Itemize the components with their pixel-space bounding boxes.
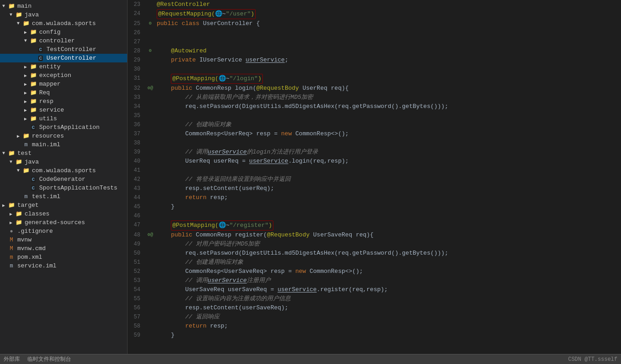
tree-item-target[interactable]: ▶📁target: [0, 201, 127, 210]
tree-item-test-com[interactable]: ▼📁com.wulaoda.sports: [0, 166, 127, 175]
code-line: 24@RequestMapping(🌐~"/user"): [128, 9, 621, 19]
code-line: 52 CommonResp<UserSaveReq> resp = new Co…: [128, 267, 621, 276]
code-line: 35: [128, 111, 621, 120]
line-gutter: ⚙@: [146, 231, 155, 240]
line-number: 59: [128, 331, 146, 340]
code-line: 53 // 调用userService注册用户: [128, 276, 621, 285]
line-content: // 调用userService注册用户: [155, 276, 621, 285]
tree-item-main-java[interactable]: ▼📁java: [0, 10, 127, 19]
line-content: UserReq userReq = userService.login(req,…: [155, 157, 621, 166]
file-icon: 📁: [29, 63, 37, 70]
tree-item-generated-sources[interactable]: ▶📁generated-sources: [0, 218, 127, 227]
file-label: controller: [39, 37, 127, 44]
tree-item-main[interactable]: ▼📁main: [0, 2, 127, 10]
file-label: CodeGenerator: [39, 176, 127, 183]
code-line: 27: [128, 37, 621, 46]
tree-item-controller[interactable]: ▼📁controller: [0, 36, 127, 45]
tree-item-Req[interactable]: ▶📁Req: [0, 88, 127, 97]
line-number: 45: [128, 202, 146, 211]
file-tree[interactable]: ▼📁main▼📁java▼📁com.wulaoda.sports▶📁config…: [0, 0, 128, 354]
line-number: 31: [128, 74, 146, 83]
tree-item-mvnw-cmd[interactable]: Mmvnw.cmd: [0, 244, 127, 253]
tree-arrow: ▶: [22, 82, 29, 87]
bottom-right-text: CSDN @TT.ssself: [568, 356, 617, 363]
tree-item-utils[interactable]: ▶📁utils: [0, 114, 127, 123]
line-content: // 对用户密码进行MD5加密: [155, 240, 621, 249]
tree-item-gitignore[interactable]: ●.gitignore: [0, 227, 127, 236]
tree-item-com-wulaoda[interactable]: ▼📁com.wulaoda.sports: [0, 19, 127, 28]
tree-arrow: ▶: [0, 203, 7, 208]
tree-item-SportsApplication[interactable]: CSportsApplication: [0, 123, 127, 132]
line-content: CommonResp<UserSaveReq> resp = new Commo…: [155, 267, 621, 276]
file-label: classes: [25, 210, 127, 217]
tree-item-test-java[interactable]: ▼📁java: [0, 158, 127, 166]
line-content: // 调用userService的login方法进行用户登录: [155, 148, 621, 157]
line-content: }: [155, 331, 621, 340]
tree-arrow: ▼: [0, 4, 7, 9]
tree-item-main-iml[interactable]: mmain.iml: [0, 140, 127, 149]
line-number: 29: [128, 56, 146, 65]
line-number: 53: [128, 276, 146, 285]
line-number: 43: [128, 184, 146, 193]
file-icon: 📁: [29, 89, 37, 96]
tree-item-mvnw[interactable]: Mmvnw: [0, 236, 127, 244]
code-line: 26: [128, 28, 621, 37]
line-number: 26: [128, 28, 146, 37]
tree-item-mapper[interactable]: ▶📁mapper: [0, 80, 127, 88]
code-line: 29 private IUserService userService;: [128, 56, 621, 65]
tree-arrow: ▼: [0, 151, 7, 156]
tree-item-service[interactable]: ▶📁service: [0, 106, 127, 114]
file-label: test: [17, 150, 127, 157]
tree-item-SportsAppTests[interactable]: CSportsApplicationTests: [0, 184, 127, 192]
line-number: 57: [128, 313, 146, 322]
external-libs[interactable]: 外部库: [4, 355, 20, 363]
line-content: private IUserService userService;: [155, 56, 621, 65]
tree-arrow: ▶: [22, 30, 29, 35]
tree-item-classes[interactable]: ▶📁classes: [0, 210, 127, 218]
tree-item-exception[interactable]: ▶📁exception: [0, 71, 127, 80]
tree-item-TestController[interactable]: CTestController: [0, 45, 127, 54]
tree-item-test-iml[interactable]: mtest.iml: [0, 192, 127, 201]
code-line: 39 // 调用userService的login方法进行用户登录: [128, 148, 621, 157]
line-content: @RestController: [155, 0, 621, 9]
tree-arrow: ▼: [7, 159, 15, 164]
temp-files[interactable]: 临时文件和控制台: [27, 355, 71, 363]
tree-item-entity[interactable]: ▶📁entity: [0, 62, 127, 71]
file-label: UserController: [46, 55, 127, 62]
file-label: resp: [39, 98, 127, 105]
line-number: 56: [128, 303, 146, 313]
file-icon: 📁: [29, 98, 37, 105]
code-line: 36 // 创建响应对象: [128, 120, 621, 129]
file-icon: C: [29, 176, 37, 183]
tree-item-resp[interactable]: ▶📁resp: [0, 97, 127, 106]
code-line: 48⚙@ public CommonResp register(@Request…: [128, 231, 621, 240]
line-number: 35: [128, 111, 146, 120]
code-line: 55 // 设置响应内容为注册成功的用户信息: [128, 294, 621, 303]
file-icon: M: [7, 236, 15, 243]
file-icon: 📁: [22, 20, 30, 27]
tree-item-resources[interactable]: ▶📁resources: [0, 132, 127, 140]
file-icon: 📁: [29, 81, 37, 87]
line-content: // 返回响应: [155, 313, 621, 322]
file-label: mvnw.cmd: [17, 245, 127, 252]
code-editor[interactable]: 23@RestController24@RequestMapping(🌐~"/u…: [128, 0, 621, 354]
file-label: .gitignore: [17, 228, 127, 235]
line-number: 28: [128, 46, 146, 56]
tree-item-pom-xml[interactable]: mpom.xml: [0, 253, 127, 261]
file-icon: 📁: [7, 202, 15, 209]
file-icon: 📁: [29, 107, 37, 113]
file-icon: 📁: [29, 72, 37, 79]
tree-item-CodeGenerator[interactable]: CCodeGenerator: [0, 175, 127, 184]
tree-item-config[interactable]: ▶📁config: [0, 28, 127, 36]
file-label: main.iml: [32, 141, 127, 148]
code-line: 54 UserSaveReq userSaveReq = userService…: [128, 285, 621, 294]
tree-arrow: ▼: [7, 12, 15, 17]
tree-item-UserController[interactable]: CUserController: [0, 54, 127, 62]
tree-item-service-iml[interactable]: mservice.iml: [0, 261, 127, 270]
tree-item-test[interactable]: ▼📁test: [0, 149, 127, 158]
code-line: 40 UserReq userReq = userService.login(r…: [128, 157, 621, 166]
code-line: 42 // 将登录返回结果设置到响应中并返回: [128, 175, 621, 184]
line-number: 42: [128, 175, 146, 184]
line-number: 58: [128, 322, 146, 331]
file-icon: 📁: [7, 150, 15, 157]
